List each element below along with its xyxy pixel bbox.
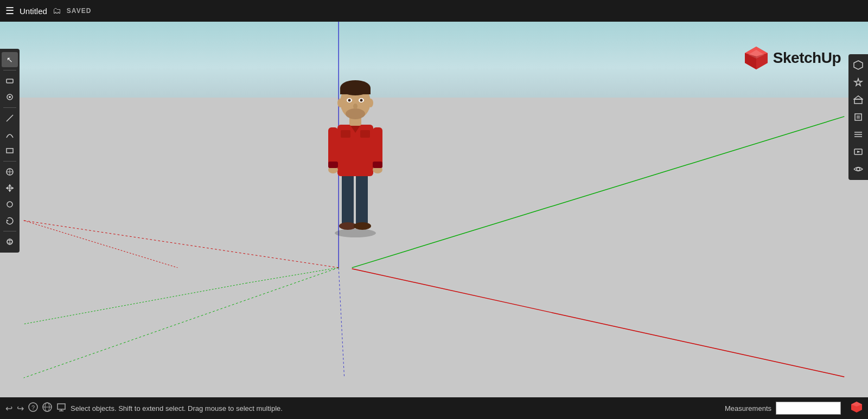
titlebar: ☰ Untitled 🗂 SAVED [0,0,868,22]
sketchup-logo: SketchUp [744,46,841,70]
left-toolbar: ↖ [0,49,20,253]
help-icon[interactable]: ? [28,402,38,414]
eraser-tool[interactable] [2,73,18,88]
svg-point-43 [9,96,11,98]
svg-point-55 [7,202,12,207]
erase-tool[interactable] [2,197,18,212]
svg-point-26 [337,99,343,107]
svg-rect-25 [340,88,371,94]
eye-button[interactable] [850,162,866,177]
svg-rect-34 [328,162,338,168]
svg-marker-61 [854,79,862,86]
menu-icon[interactable]: ☰ [5,5,14,17]
paint-tool[interactable] [2,89,18,105]
ground-background [0,98,868,397]
svg-rect-41 [7,79,13,83]
svg-marker-56 [7,220,9,222]
styles-button[interactable] [850,75,866,90]
svg-rect-15 [341,130,350,138]
move-tool[interactable] [2,181,18,196]
svg-point-13 [354,222,371,230]
status-message: Select objects. Shift to extend select. … [71,404,720,412]
arc-tool[interactable] [2,127,18,142]
document-title: Untitled [20,7,47,16]
svg-text:?: ? [31,404,35,411]
logo-icon [744,46,769,70]
svg-point-31 [360,99,363,102]
svg-marker-51 [8,184,11,186]
svg-rect-45 [7,149,13,153]
toolbar-separator-2 [3,107,16,108]
svg-point-32 [346,108,365,119]
svg-marker-54 [11,186,14,190]
svg-rect-62 [854,99,862,104]
rotate-tool[interactable] [2,213,18,228]
right-panel [848,54,868,180]
saved-badge: SAVED [67,7,91,15]
statusbar: ↩ ↪ ? Select objects. Shift to extend se… [0,397,868,419]
svg-rect-11 [356,171,368,225]
sky-background [0,22,868,98]
toolbar-separator-4 [3,231,16,231]
select-tool[interactable]: ↖ [2,52,18,67]
line-tool[interactable] [2,111,18,126]
layers-button[interactable] [850,127,866,142]
orbit-tool[interactable] [2,234,18,249]
toolbar-separator [3,70,16,70]
toolbar-separator-3 [3,161,16,162]
logo-text: SketchUp [773,49,841,67]
svg-point-71 [857,167,860,171]
pushpull-tool[interactable] [2,164,18,179]
svg-rect-16 [360,130,370,138]
human-figure [326,65,385,238]
svg-marker-77 [58,404,65,409]
svg-marker-60 [854,61,863,69]
svg-point-33 [353,104,358,109]
save-icon[interactable]: 🗂 [53,6,61,16]
svg-marker-53 [6,186,8,190]
sketchup-bottom-icon [851,401,863,416]
svg-marker-63 [854,96,863,99]
measurements-input[interactable] [776,402,841,415]
viewport[interactable]: SketchUp ↖ [0,22,868,397]
svg-point-27 [368,99,373,107]
svg-marker-70 [857,151,860,153]
svg-point-30 [348,99,351,102]
components-button[interactable] [850,57,866,73]
svg-marker-52 [8,190,11,192]
redo-icon[interactable]: ↪ [17,403,24,414]
rectangle-tool[interactable] [2,143,18,158]
warehouse-button[interactable] [850,92,866,107]
undo-icon[interactable]: ↩ [5,403,12,414]
svg-rect-10 [342,171,354,225]
solid-button[interactable] [850,109,866,125]
svg-rect-35 [373,162,382,168]
svg-line-44 [7,115,13,121]
globe-icon[interactable] [42,402,52,414]
measurements-label: Measurements [725,404,771,412]
instructor-icon[interactable] [56,402,66,414]
measurements-area: Measurements [725,402,841,415]
svg-point-9 [335,229,376,237]
svg-rect-65 [857,115,860,119]
scenes-button[interactable] [850,144,866,159]
